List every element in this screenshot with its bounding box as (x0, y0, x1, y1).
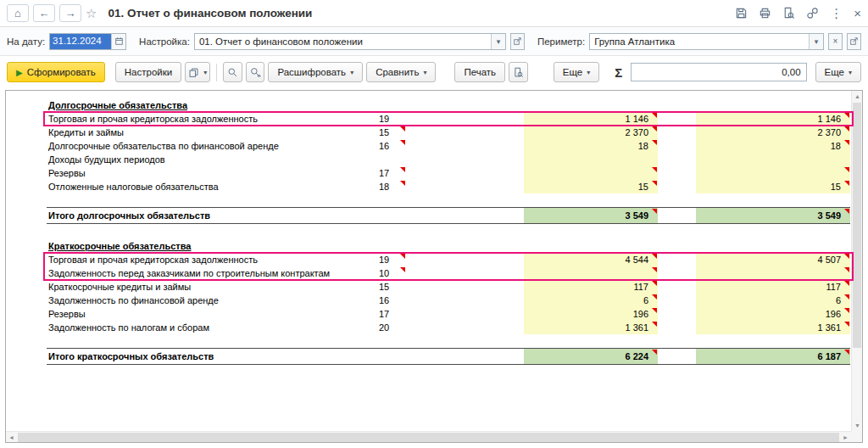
value-cell[interactable]: 1 361 (524, 321, 658, 334)
perimeter-clear-button[interactable]: × (828, 33, 843, 50)
back-button[interactable]: ← (33, 4, 55, 22)
value-cell[interactable] (524, 166, 658, 180)
perimeter-dropdown-button[interactable]: ▾ (809, 34, 823, 49)
row-label: Торговая и прочая кредиторская задолженн… (48, 253, 258, 266)
favorite-star-button[interactable]: ☆ (86, 6, 97, 21)
scroll-up-icon[interactable]: ▲ (852, 91, 863, 102)
value-cell[interactable]: 3 549 (524, 208, 658, 223)
forward-button[interactable]: → (59, 4, 81, 22)
forward-arrow-icon: → (65, 7, 76, 20)
date-input[interactable]: 31.12.2024 (50, 34, 111, 49)
value-cell[interactable]: 4 507 (696, 253, 850, 266)
document-magnifier-icon (513, 67, 524, 78)
value-cell[interactable]: 6 224 (524, 349, 658, 364)
row-code: 17 (374, 307, 394, 321)
report-row[interactable]: Итого краткосрочных обязательств6 2246 1… (47, 348, 850, 365)
more-button[interactable]: Еще ▾ (554, 62, 599, 82)
preview-button[interactable] (782, 6, 795, 21)
value-cell[interactable] (696, 266, 850, 280)
home-button[interactable]: ⌂ (7, 4, 29, 22)
value-cell[interactable]: 196 (524, 307, 658, 321)
print-button[interactable]: Печать (454, 62, 505, 82)
get-link-button[interactable] (806, 6, 819, 21)
value-cell[interactable] (524, 153, 658, 166)
value-cell[interactable]: 2 370 (696, 126, 850, 139)
report-variants-button[interactable]: ▾ (185, 62, 210, 82)
scroll-right-icon[interactable]: ► (840, 432, 851, 443)
report-row[interactable]: Отложенные налоговые обязательства181515 (47, 180, 850, 193)
setting-open-button[interactable] (510, 33, 525, 50)
report-row[interactable]: Торговая и прочая кредиторская задолженн… (47, 112, 850, 126)
value-cell[interactable]: 3 549 (696, 208, 850, 223)
date-field[interactable]: 31.12.2024 (49, 33, 126, 50)
value-cell[interactable]: 18 (696, 139, 850, 153)
report-row[interactable]: Резервы17196196 (47, 307, 850, 321)
perimeter-value[interactable]: Группа Атлантика (590, 34, 809, 49)
value-cell[interactable]: 117 (696, 280, 850, 294)
report-row[interactable]: Долгосрочные обязательства по финансовой… (47, 139, 850, 153)
more-button-2[interactable]: Еще ▾ (815, 62, 861, 82)
value-cell[interactable]: 15 (696, 180, 850, 193)
generate-label: Сформировать (27, 67, 96, 77)
settings-button[interactable]: Настройки (115, 62, 181, 82)
value-cell[interactable]: 6 (696, 294, 850, 307)
report-row[interactable]: Кредиты и займы152 3702 370 (47, 126, 850, 139)
report-row[interactable]: Краткосрочные кредиты и займы15117117 (47, 280, 850, 294)
calendar-button[interactable] (111, 34, 125, 49)
search-next-button[interactable] (246, 62, 265, 82)
value-cell[interactable]: 1 361 (696, 321, 850, 334)
value-cell[interactable]: 1 146 (696, 112, 850, 126)
report-row[interactable]: Задолженность перед заказчиками по строи… (47, 266, 850, 280)
value-cell[interactable]: 4 544 (524, 253, 658, 266)
report-row[interactable]: Торговая и прочая кредиторская задолженн… (47, 253, 850, 266)
vertical-scrollbar[interactable]: ▲ ▼ (851, 91, 862, 431)
setting-dropdown-button[interactable]: ▾ (491, 34, 505, 49)
report-toolbar: ▶ Сформировать Настройки ▾ Расшифровать … (0, 56, 868, 88)
scroll-down-icon[interactable]: ▼ (852, 420, 863, 431)
vertical-scroll-thumb[interactable] (853, 103, 861, 348)
value-cell[interactable]: 2 370 (524, 126, 658, 139)
report-row[interactable]: Итого долгосрочных обязательств3 5493 54… (47, 207, 850, 224)
value-cell[interactable]: 18 (524, 139, 658, 153)
settings-label: Настройки (125, 67, 172, 77)
print-preview-button[interactable] (509, 62, 528, 82)
report-area: Долгосрочные обязательстваТорговая и про… (5, 90, 863, 443)
decipher-button[interactable]: Расшифровать ▾ (268, 62, 363, 82)
perimeter-combo[interactable]: Группа Атлантика ▾ (589, 33, 824, 50)
chevron-down-icon: ▾ (587, 69, 590, 76)
report-row[interactable]: Задолженность по налогам и сборам201 361… (47, 321, 850, 334)
value-cell[interactable]: 1 146 (524, 112, 658, 126)
row-label: Резервы (48, 307, 86, 321)
horizontal-scrollbar[interactable]: ◄ ► (6, 431, 851, 442)
scroll-left-icon[interactable]: ◄ (6, 432, 17, 443)
menu-button[interactable]: ⋮ (830, 6, 843, 21)
setting-combo[interactable]: 01. Отчет о финансовом положении ▾ (194, 33, 506, 50)
value-cell[interactable] (696, 166, 850, 180)
chevron-down-icon: ▾ (423, 69, 426, 76)
search-button[interactable] (223, 62, 242, 82)
report-row[interactable]: Резервы17 (47, 166, 850, 180)
value-cell[interactable]: 117 (524, 280, 658, 294)
value-cell[interactable]: 6 187 (696, 349, 850, 364)
value-cell[interactable]: 15 (524, 180, 658, 193)
amount-input[interactable] (631, 63, 806, 81)
generate-button[interactable]: ▶ Сформировать (7, 62, 105, 82)
value-cell[interactable] (696, 153, 850, 166)
close-button[interactable]: × (854, 6, 861, 21)
report-row[interactable]: Задолженность по финансовой аренде1666 (47, 294, 850, 307)
report-row[interactable]: Доходы будущих периодов (47, 153, 850, 166)
perimeter-open-button[interactable] (847, 33, 861, 50)
report-row: Краткосрочные обязательства (47, 239, 850, 253)
chevron-down-icon: ▾ (350, 69, 353, 76)
setting-value[interactable]: 01. Отчет о финансовом положении (195, 34, 491, 49)
spacer-row (47, 334, 850, 348)
horizontal-scroll-thumb[interactable] (18, 433, 839, 442)
compare-button[interactable]: Сравнить ▾ (366, 62, 436, 82)
print-button-icon[interactable] (759, 6, 771, 21)
value-cell[interactable]: 6 (524, 294, 658, 307)
save-button[interactable] (735, 6, 748, 21)
value-cell[interactable] (524, 266, 658, 280)
row-code: 16 (374, 294, 394, 307)
row-code: 17 (374, 166, 394, 180)
value-cell[interactable]: 196 (696, 307, 850, 321)
